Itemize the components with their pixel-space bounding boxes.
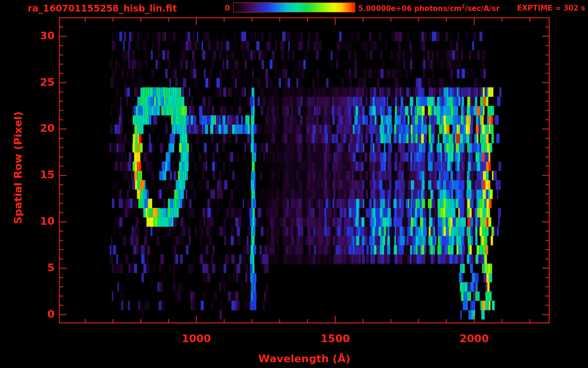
colorbar-units-prefix: photons/cm <box>412 4 462 13</box>
y-tick-label: 0 <box>0 308 55 320</box>
x-axis-label: Wavelength (Å) <box>59 353 549 365</box>
y-tick-label: 20 <box>0 122 55 134</box>
colorbar-units-suffix: /sec/A/sr <box>465 4 499 13</box>
x-tick-label: 1000 <box>163 333 230 345</box>
colorbar-min-label: 0 <box>205 4 230 12</box>
y-tick-label: 15 <box>0 169 55 181</box>
spectral-image-canvas <box>0 0 588 368</box>
colorbar-max-value: 5.00000e+06 <box>358 4 412 13</box>
y-tick-label: 25 <box>0 76 55 88</box>
y-axis-label: Spatial Row (Pixel) <box>12 72 25 264</box>
y-tick-label: 30 <box>0 30 55 42</box>
y-tick-label: 5 <box>0 262 55 274</box>
y-tick-label: 10 <box>0 215 55 227</box>
exptime-label: EXPTIME = 302 s <box>517 4 585 12</box>
x-tick-label: 1500 <box>302 333 369 345</box>
page-title: ra_160701155258_hisb_lin.fit <box>28 3 177 13</box>
x-tick-label: 2000 <box>441 333 508 345</box>
colorbar-units-exponent: 2 <box>462 4 465 9</box>
colorbar <box>233 2 355 12</box>
fits-viewer-window: ra_160701155258_hisb_lin.fit 0 5.00000e+… <box>0 0 588 368</box>
colorbar-max-label: 5.00000e+06 photons/cm2/sec/A/sr <box>358 4 499 13</box>
